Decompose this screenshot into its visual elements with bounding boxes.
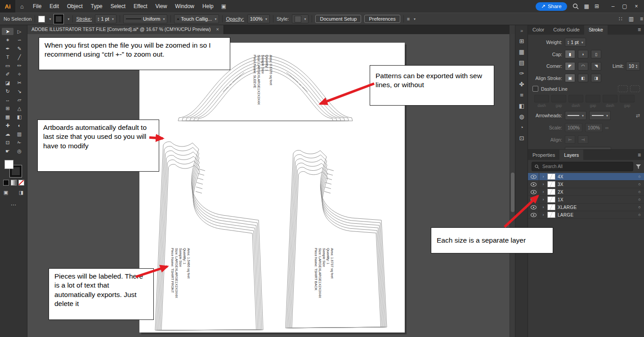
menu-object[interactable]: Object (63, 0, 87, 13)
layer-visibility-toggle[interactable] (528, 196, 539, 203)
blend-tool[interactable]: ◐ (13, 122, 25, 129)
menu-select[interactable]: Select (107, 0, 130, 13)
color-button[interactable] (3, 180, 9, 186)
tab-color[interactable]: Color (528, 24, 549, 35)
line-segment-tool[interactable]: ╱ (13, 53, 25, 61)
workspace-switcher-icon[interactable]: ⊞ (595, 3, 599, 9)
arrowhead-start-select[interactable]: ▾ (565, 111, 586, 120)
tab-stroke[interactable]: Stroke (584, 24, 608, 35)
layer-row-xlarge[interactable]: › XLARGE ○ (528, 204, 644, 211)
appearance-panel-icon[interactable]: ◔ (520, 124, 523, 130)
tab-color-guide[interactable]: Color Guide (549, 24, 584, 35)
expand-chevron-icon[interactable]: › (539, 182, 547, 186)
magic-wand-tool[interactable]: ✶ (2, 36, 13, 44)
layer-thumbnail[interactable] (547, 212, 555, 218)
layer-visibility-toggle[interactable] (528, 173, 539, 180)
layer-row-4x[interactable]: › 4X ○ (528, 173, 644, 181)
color-panel-icon[interactable]: ▦ (519, 49, 524, 55)
screen-mode-button[interactable]: ◨ (15, 189, 27, 195)
layer-visibility-toggle[interactable] (528, 204, 539, 211)
layer-visibility-toggle[interactable] (528, 211, 539, 218)
curvature-tool[interactable]: ✎ (13, 45, 25, 52)
search-input[interactable] (541, 164, 630, 169)
none-button[interactable] (18, 180, 24, 186)
preferences-button[interactable]: Preferences (364, 15, 400, 23)
layer-thumbnail[interactable] (547, 173, 555, 180)
fill-color-swatch[interactable] (38, 16, 45, 22)
stroke-panel-link[interactable]: Stroke: (76, 16, 92, 22)
illustrator-logo[interactable]: Ai (0, 0, 15, 13)
tab-layers[interactable]: Layers (559, 150, 583, 160)
layer-thumbnail[interactable] (547, 204, 555, 210)
opacity-link[interactable]: Opacity: (226, 16, 244, 22)
search-icon[interactable] (572, 3, 579, 9)
tab-properties[interactable]: Properties (528, 150, 559, 160)
symbols-panel-icon[interactable]: ✤ (519, 81, 524, 87)
align-stroke-center-button[interactable]: ▣ (565, 74, 575, 82)
home-icon[interactable]: ⌂ (15, 3, 29, 10)
layer-visibility-toggle[interactable] (528, 188, 539, 195)
target-circle-icon[interactable]: ○ (635, 213, 644, 217)
stroke-panel-icon[interactable]: ≡ (520, 92, 523, 98)
fill-color-swatch[interactable] (4, 160, 13, 169)
brush-definition-select[interactable]: ● Touch Callig... ▾ (174, 14, 219, 23)
app-bar-columns-icon[interactable]: ▥ (629, 16, 634, 22)
eraser-tool[interactable]: ◪ (2, 79, 13, 86)
pen-tool[interactable]: ✒ (2, 45, 13, 52)
layer-thumbnail[interactable] (547, 181, 555, 187)
maximize-button[interactable]: ▢ (619, 0, 631, 13)
layer-thumbnail[interactable] (547, 189, 555, 195)
cap-butt-button[interactable]: ▮ (565, 50, 575, 58)
scissors-tool[interactable]: ✂ (13, 79, 25, 86)
edit-toolbar-button[interactable]: … (11, 200, 17, 207)
stepper-icon[interactable]: ▴▾ (568, 40, 569, 44)
stepper-icon[interactable]: ▴▾ (636, 64, 637, 68)
expand-chevron-icon[interactable]: › (539, 197, 547, 202)
free-transform-tool[interactable]: ▱ (13, 96, 25, 103)
menu-file[interactable]: File (29, 0, 45, 13)
style-select[interactable]: ▾ (292, 14, 309, 23)
rotate-tool[interactable]: ↻ (2, 88, 13, 95)
layer-row-large[interactable]: › LARGE ○ (528, 211, 644, 219)
menu-edit[interactable]: Edit (45, 0, 63, 13)
target-circle-icon[interactable]: ○ (635, 174, 644, 179)
transparency-panel-icon[interactable]: ◍ (519, 114, 524, 120)
direct-selection-tool[interactable]: ▷ (13, 28, 25, 35)
stroke-color-swatch[interactable] (54, 14, 63, 24)
app-bar-grid-icon[interactable]: ∷ (619, 16, 622, 22)
opacity-input[interactable]: 100% ▾ (247, 14, 270, 23)
eyedropper-tool[interactable]: ✚ (2, 122, 13, 129)
align-stroke-inside-button[interactable]: ◧ (578, 74, 588, 82)
lasso-tool[interactable]: ∽ (13, 36, 25, 44)
share-button[interactable]: ↗ Share (536, 2, 567, 11)
target-circle-icon[interactable]: ○ (635, 197, 644, 202)
arrange-documents-icon[interactable]: ▦ (584, 3, 589, 9)
presentation-icon[interactable]: ▣ (221, 3, 226, 9)
layer-search-box[interactable] (532, 162, 633, 171)
stroke-weight-input[interactable]: ▴▾ 1 pt ▾ (565, 38, 586, 47)
menu-view[interactable]: View (152, 0, 171, 13)
target-circle-icon[interactable]: ○ (635, 182, 644, 186)
align-options-icon[interactable]: ≡ (407, 16, 410, 22)
app-bar-menu-icon[interactable]: ≡ (640, 16, 643, 22)
scrollbar-thumb[interactable] (511, 173, 514, 212)
filter-icon[interactable] (636, 164, 641, 169)
layer-row-3x[interactable]: › 3X ○ (528, 181, 644, 188)
layer-thumbnail[interactable] (547, 196, 555, 203)
corner-round-button[interactable]: ◠ (578, 62, 588, 71)
paintbrush-tool[interactable]: ✏ (13, 62, 25, 69)
gradient-button[interactable] (11, 180, 17, 186)
swap-arrowheads-icon[interactable]: ⇄ (636, 113, 640, 119)
slice-tool[interactable]: ✁ (13, 139, 25, 146)
gradient-panel-icon[interactable]: ◧ (519, 103, 524, 109)
rectangle-tool[interactable]: ▭ (2, 62, 13, 69)
shaper-tool[interactable]: ✧ (13, 71, 25, 78)
brushes-panel-icon[interactable]: ✑ (519, 71, 524, 76)
selection-tool[interactable]: ➤ (2, 28, 13, 35)
tab-close-icon[interactable]: × (216, 27, 219, 32)
width-tool[interactable]: ↔ (2, 96, 13, 103)
collapse-panels-icon[interactable]: » (520, 28, 523, 33)
target-circle-icon[interactable]: ○ (635, 190, 644, 194)
align-stroke-outside-button[interactable]: ◨ (591, 74, 601, 82)
menu-window[interactable]: Window (171, 0, 198, 13)
